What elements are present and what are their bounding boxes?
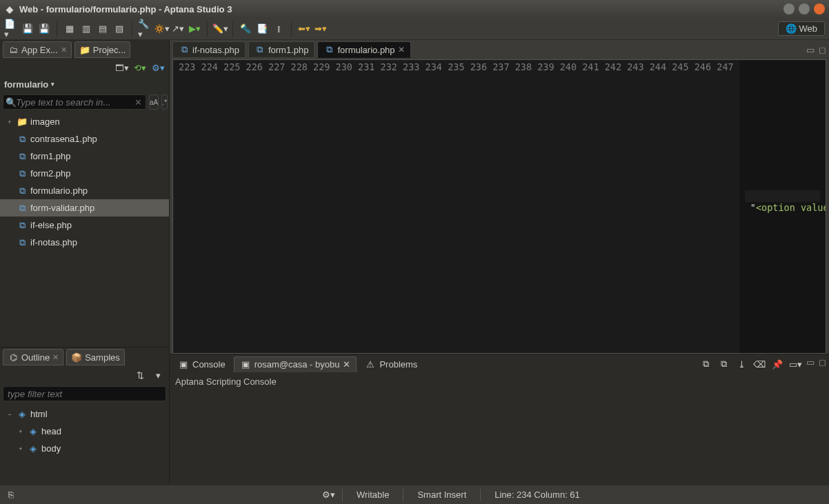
save-all-icon[interactable]: 💾 bbox=[37, 22, 51, 36]
console-icon: ▣ bbox=[178, 359, 189, 370]
bottom-view-tabs: ▣Console▣rosam@casa - byobu✕⚠Problems ⧉ … bbox=[170, 354, 829, 374]
outline-node[interactable]: −◈html bbox=[0, 405, 169, 423]
project-header[interactable]: formulario▾ bbox=[0, 76, 169, 92]
close-tab-icon[interactable]: ✕ bbox=[398, 45, 405, 54]
tab-label: formulario.php bbox=[337, 45, 394, 55]
close-icon[interactable]: ✕ bbox=[61, 46, 67, 54]
gear-icon[interactable]: ⚙▾ bbox=[151, 61, 165, 74]
tab-label: if-notas.php bbox=[192, 45, 239, 55]
console-action2-icon[interactable]: ⧉ bbox=[717, 357, 730, 371]
tree-file[interactable]: ⧉if-notas.php bbox=[0, 234, 169, 251]
search-input[interactable] bbox=[3, 94, 146, 110]
editor-tabs: ⧉if-notas.php⧉form1.php⧉formulario.php✕ … bbox=[170, 40, 829, 59]
layout2-icon[interactable]: ▤ bbox=[96, 22, 110, 36]
bottom-tab[interactable]: ▣Console bbox=[172, 356, 231, 372]
minimize-editor-icon[interactable]: ▭ bbox=[806, 45, 815, 55]
tag-icon[interactable]: 📑 bbox=[255, 22, 269, 36]
highlight-icon[interactable]: 🔦 bbox=[239, 22, 252, 36]
console-clear-icon[interactable]: ⌫ bbox=[752, 357, 766, 371]
outline-node[interactable]: +◈head bbox=[0, 423, 169, 440]
view-menu-icon[interactable]: ▾ bbox=[151, 368, 165, 382]
grid-icon[interactable]: ▦ bbox=[63, 22, 77, 36]
minimize-console-icon[interactable]: ▭ bbox=[806, 357, 815, 371]
tag-icon: ◈ bbox=[28, 443, 39, 454]
tree-folder[interactable]: +📁imagen bbox=[0, 113, 169, 130]
status-gear-icon[interactable]: ⚙▾ bbox=[321, 488, 335, 502]
run-last-icon[interactable]: ▶▾ bbox=[188, 22, 201, 36]
editor-tab[interactable]: ⧉if-notas.php bbox=[172, 41, 246, 58]
tree-file[interactable]: ⧉formulario.php bbox=[0, 182, 169, 199]
link-editor-icon[interactable]: 🗔▾ bbox=[115, 61, 129, 74]
php-file-icon: ⧉ bbox=[17, 151, 28, 162]
console-action1-icon[interactable]: ⧉ bbox=[699, 357, 712, 371]
outline-node[interactable]: +◈body bbox=[0, 440, 169, 457]
tree-item-label: if-notas.php bbox=[30, 237, 77, 248]
tree-file[interactable]: ⧉contrasena1.php bbox=[0, 130, 169, 148]
outline-label: html bbox=[30, 409, 48, 419]
case-toggle[interactable]: aA bbox=[149, 94, 159, 110]
tree-item-label: contrasena1.php bbox=[30, 134, 97, 144]
tree-file[interactable]: ⧉form2.php bbox=[0, 165, 169, 182]
code-editor[interactable]: 223 224 225 226 227 228 229 230 231 232 … bbox=[172, 59, 826, 354]
quick-access-icon[interactable]: ⎘ bbox=[4, 488, 18, 502]
external-icon[interactable]: ↗▾ bbox=[171, 22, 185, 36]
perspective-switcher[interactable]: 🌐 Web bbox=[778, 21, 825, 36]
editor-tab[interactable]: ⧉formulario.php✕ bbox=[317, 41, 410, 58]
php-file-icon: ⧉ bbox=[17, 220, 28, 231]
sync-icon[interactable]: ⟲▾ bbox=[133, 61, 147, 74]
code-area[interactable]: kw">echo "Pais: <select name='pais' id='… bbox=[739, 60, 826, 353]
tree-file[interactable]: ⧉form-validar.php bbox=[0, 199, 169, 216]
tree-file[interactable]: ⧉if-else.php bbox=[0, 216, 169, 234]
maximize-console-icon[interactable]: ◻ bbox=[819, 357, 826, 371]
tree-item-label: formulario.php bbox=[30, 185, 88, 196]
window-title: Web - formulario/formulario.php - Aptana… bbox=[19, 4, 779, 14]
maximize-editor-icon[interactable]: ◻ bbox=[819, 45, 826, 55]
tab-project-explorer[interactable]: 📁 Projec... bbox=[74, 41, 131, 58]
globe-icon: 🌐 bbox=[786, 23, 797, 34]
search-icon: 🔍 bbox=[6, 97, 17, 108]
wand-icon[interactable]: ✏️▾ bbox=[213, 22, 227, 36]
clear-search-icon[interactable]: ✕ bbox=[132, 97, 143, 108]
outline-filter-input[interactable] bbox=[3, 386, 166, 401]
console-scroll-icon[interactable]: ⤓ bbox=[735, 357, 748, 371]
status-cursor-pos: Line: 234 Column: 61 bbox=[488, 490, 587, 500]
tree-file[interactable]: ⧉form1.php bbox=[0, 148, 169, 165]
new-menu-icon[interactable]: 📄▾ bbox=[4, 22, 18, 36]
save-icon[interactable]: 💾 bbox=[21, 22, 34, 36]
window-titlebar: ◆ Web - formulario/formulario.php - Apta… bbox=[0, 0, 829, 18]
layout3-icon[interactable]: ▧ bbox=[112, 22, 126, 36]
col-icon[interactable]: ⫿ bbox=[272, 22, 286, 36]
tab-samples[interactable]: 📦 Samples bbox=[66, 349, 125, 365]
php-file-icon: ⧉ bbox=[17, 168, 28, 179]
php-file-icon: ⧉ bbox=[17, 134, 28, 145]
nav-fwd-icon[interactable]: ➡▾ bbox=[314, 22, 328, 36]
status-bar: ⎘ ⚙▾ Writable Smart Insert Line: 234 Col… bbox=[0, 485, 829, 504]
bottom-tab-label: Console bbox=[192, 359, 226, 370]
outline-icon: ⌬ bbox=[8, 352, 19, 363]
console-pin-icon[interactable]: 📌 bbox=[770, 357, 784, 371]
close-tab-icon[interactable]: ✕ bbox=[343, 359, 350, 370]
layout1-icon[interactable]: ▥ bbox=[79, 22, 93, 36]
nav-back-icon[interactable]: ⬅▾ bbox=[297, 22, 311, 36]
editor-tab[interactable]: ⧉form1.php bbox=[248, 41, 315, 58]
close-icon[interactable]: ✕ bbox=[52, 353, 59, 362]
outline-label: body bbox=[41, 443, 61, 454]
debug-icon[interactable]: 🔧▾ bbox=[138, 22, 152, 36]
sort-icon[interactable]: ⇅ bbox=[133, 368, 147, 382]
console-open-icon[interactable]: ▭▾ bbox=[788, 357, 802, 371]
main-toolbar: 📄▾ 💾 💾 ▦ ▥ ▤ ▧ 🔧▾ 🔅▾ ↗▾ ▶▾ ✏️▾ 🔦 📑 ⫿ ⬅▾ … bbox=[0, 18, 829, 40]
bottom-tab[interactable]: ⚠Problems bbox=[359, 356, 423, 372]
php-file-icon: ⧉ bbox=[254, 44, 266, 55]
regex-toggle[interactable]: .* bbox=[161, 94, 168, 110]
outline-tree[interactable]: −◈html+◈head+◈body bbox=[0, 404, 169, 485]
tab-app-explorer[interactable]: 🗂 App Ex... ✕ bbox=[3, 41, 72, 58]
run-icon[interactable]: 🔅▾ bbox=[154, 22, 168, 36]
bottom-tab[interactable]: ▣rosam@casa - byobu✕ bbox=[234, 356, 357, 372]
bottom-tab-label: rosam@casa - byobu bbox=[254, 359, 340, 370]
minimize-button[interactable] bbox=[783, 3, 795, 14]
maximize-button[interactable] bbox=[799, 3, 810, 14]
tab-outline[interactable]: ⌬ Outline ✕ bbox=[3, 349, 63, 365]
project-tree[interactable]: +📁imagen⧉contrasena1.php⧉form1.php⧉form2… bbox=[0, 112, 169, 347]
close-button[interactable] bbox=[814, 3, 825, 14]
problems-icon: ⚠ bbox=[365, 359, 376, 370]
